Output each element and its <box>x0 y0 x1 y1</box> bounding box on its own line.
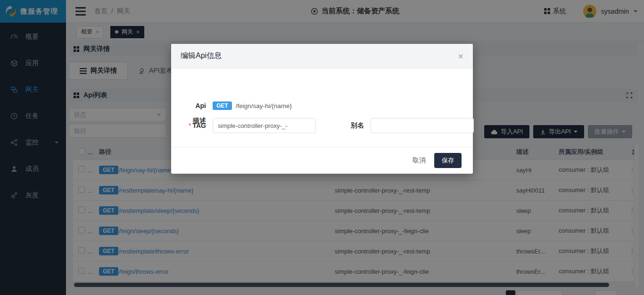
tag-input[interactable] <box>213 118 316 133</box>
save-button[interactable]: 保存 <box>434 153 462 168</box>
tag-label: *TAG <box>171 122 206 129</box>
edit-api-modal: 编辑Api信息 × Api GET /feign/say-hi/{name} 描… <box>171 44 473 174</box>
modal-title: 编辑Api信息 <box>181 51 222 61</box>
modal-tag-row: *TAG 别名 <box>171 118 474 133</box>
required-mark: * <box>189 122 191 129</box>
modal-footer: 取消 保存 <box>171 147 473 174</box>
tag-label-text: TAG <box>192 122 206 129</box>
alias-label: 别名 <box>336 121 364 130</box>
close-icon[interactable]: × <box>458 51 463 61</box>
alias-input[interactable] <box>371 118 474 133</box>
method-badge: GET <box>213 101 232 110</box>
app-root: 微服务管理 概要 应用 网关 监控 任务 监控 <box>0 0 644 295</box>
cancel-button[interactable]: 取消 <box>413 156 426 165</box>
api-label: Api <box>171 102 206 110</box>
modal-header: 编辑Api信息 × <box>171 44 473 68</box>
modal-api-row: Api GET /feign/say-hi/{name} <box>171 99 292 113</box>
api-path-value: /feign/say-hi/{name} <box>236 102 292 110</box>
